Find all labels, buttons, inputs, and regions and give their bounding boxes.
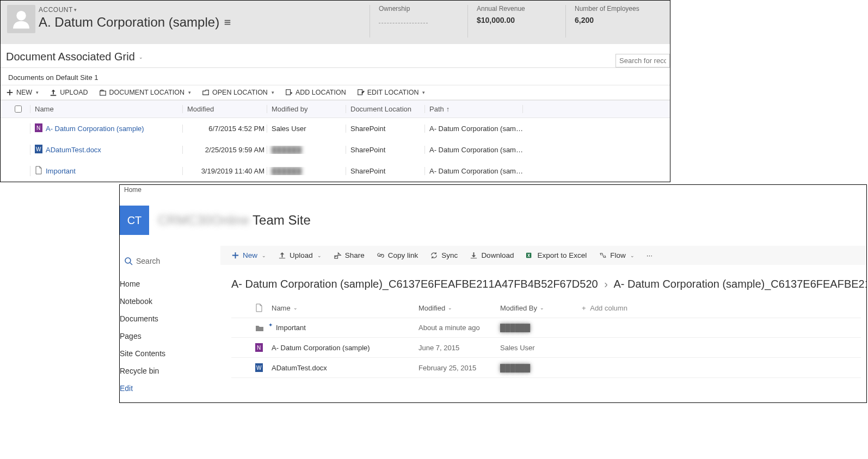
sp-list-row[interactable]: ✦Important About a minute ago ██████ bbox=[231, 318, 861, 337]
upload-button[interactable]: UPLOAD bbox=[50, 89, 88, 96]
table-row[interactable]: NA- Datum Corporation (sample) 6/7/2015 … bbox=[1, 118, 670, 139]
sp-col-name[interactable]: Name⌄ bbox=[272, 304, 418, 312]
file-link[interactable]: WADatumTest.docx bbox=[35, 145, 101, 155]
sp-search[interactable]: Search bbox=[120, 251, 220, 275]
sp-more-button[interactable]: ··· bbox=[647, 251, 652, 259]
nav-item[interactable]: Home bbox=[120, 275, 220, 293]
summary-revenue: Annual Revenue $10,000.00 bbox=[467, 5, 565, 38]
sp-cell-modified: June 7, 2015 bbox=[418, 344, 500, 352]
document-location-button[interactable]: DOCUMENT LOCATION▾ bbox=[99, 89, 191, 96]
sp-sync-button[interactable]: Sync bbox=[430, 251, 458, 259]
svg-text:N: N bbox=[257, 345, 261, 351]
sp-download-button[interactable]: Download bbox=[470, 251, 514, 259]
site-name-redacted: CRMC30Online bbox=[158, 213, 249, 228]
svg-rect-3 bbox=[358, 90, 362, 95]
col-modified-by[interactable]: Modified by bbox=[267, 105, 346, 113]
select-all-checkbox[interactable] bbox=[15, 106, 22, 113]
svg-text:W: W bbox=[256, 365, 262, 371]
sp-left-nav: Search HomeNotebookDocumentsPagesSite Co… bbox=[120, 246, 220, 402]
sp-file-name[interactable]: ✦Important bbox=[272, 324, 418, 332]
cell-path: A- Datum Corporation (sam… bbox=[424, 167, 522, 175]
svg-text:N: N bbox=[36, 125, 40, 131]
new-button[interactable]: NEW▾ bbox=[6, 89, 39, 96]
sp-cell-modified: February 25, 2015 bbox=[418, 364, 500, 372]
grid-header-row: Name Modified Modified by Document Locat… bbox=[1, 100, 670, 118]
word-icon: W bbox=[255, 363, 272, 372]
col-modified[interactable]: Modified bbox=[182, 105, 267, 113]
sp-col-modified-by[interactable]: Modified By⌄ bbox=[500, 304, 582, 312]
sp-col-modified[interactable]: Modified⌄ bbox=[418, 304, 500, 312]
col-path[interactable]: Path↑ bbox=[424, 105, 522, 113]
summary-ownership: Ownership bbox=[370, 5, 467, 38]
table-row[interactable]: WADatumTest.docx 2/25/2015 9:59 AM █████… bbox=[1, 139, 670, 160]
summary-employees: Number of Employees 6,200 bbox=[565, 5, 663, 38]
list-icon bbox=[224, 18, 231, 26]
cell-location: SharePoint bbox=[346, 146, 424, 154]
add-location-button[interactable]: ADD LOCATION bbox=[285, 89, 346, 96]
nav-item[interactable]: Documents bbox=[120, 310, 220, 327]
nav-item[interactable]: Pages bbox=[120, 327, 220, 345]
nav-edit-link[interactable]: Edit bbox=[120, 380, 220, 397]
breadcrumb-home[interactable]: Home bbox=[120, 185, 866, 195]
sp-new-button[interactable]: New⌄ bbox=[231, 251, 266, 259]
sp-file-name[interactable]: ADatumTest.docx bbox=[272, 364, 418, 372]
nav-item[interactable]: Recycle bin bbox=[120, 362, 220, 380]
cell-modified-by: ██████ bbox=[267, 167, 346, 175]
cell-modified: 3/19/2019 11:40 AM bbox=[182, 167, 267, 175]
svg-text:W: W bbox=[36, 146, 41, 152]
site-logo: CT bbox=[120, 206, 149, 235]
sp-header-row: Name⌄ Modified⌄ Modified By⌄ + Add colum… bbox=[231, 300, 861, 318]
cell-modified-by: ██████ bbox=[267, 146, 346, 154]
sp-file-name[interactable]: A- Datum Corporation (sample) bbox=[272, 344, 418, 352]
nav-item[interactable]: Notebook bbox=[120, 293, 220, 310]
cell-location: SharePoint bbox=[346, 125, 424, 133]
crumb-b: A- Datum Corporation (sample)_C6137E6FEA… bbox=[613, 278, 866, 290]
cell-path: A- Datum Corporation (sam… bbox=[424, 125, 522, 133]
crumb-a[interactable]: A- Datum Corporation (sample)_C6137E6FEA… bbox=[231, 278, 598, 290]
svg-point-8 bbox=[125, 258, 131, 263]
table-row[interactable]: Important 3/19/2019 11:40 AM ██████ Shar… bbox=[1, 160, 670, 182]
sp-share-button[interactable]: Share bbox=[334, 251, 365, 259]
account-avatar bbox=[7, 5, 35, 33]
col-name[interactable]: Name bbox=[30, 105, 182, 113]
sharepoint-pane: Home CT CRMC30Online Team Site Search Ho… bbox=[119, 184, 867, 403]
caret-down-icon: ▾ bbox=[74, 7, 77, 13]
svg-rect-2 bbox=[286, 90, 291, 95]
sp-excel-button[interactable]: Export to Excel bbox=[526, 251, 587, 259]
onenote-icon: N bbox=[255, 343, 272, 352]
svg-point-0 bbox=[16, 11, 26, 21]
entity-type-dropdown[interactable]: ACCOUNT▾ bbox=[39, 5, 77, 15]
account-header: ACCOUNT▾ A. Datum Corporation (sample) O… bbox=[1, 1, 670, 44]
sp-cell-modified: About a minute ago bbox=[418, 324, 500, 332]
sp-copylink-button[interactable]: Copy link bbox=[377, 251, 418, 259]
cell-modified: 2/25/2015 9:59 AM bbox=[182, 146, 267, 154]
grid-toolbar: NEW▾ UPLOAD DOCUMENT LOCATION▾ OPEN LOCA… bbox=[1, 85, 670, 100]
site-title: Team Site bbox=[253, 213, 311, 228]
col-location[interactable]: Document Location bbox=[346, 105, 424, 113]
file-link[interactable]: Important bbox=[35, 166, 76, 176]
cell-location: SharePoint bbox=[346, 167, 424, 175]
search-icon bbox=[124, 257, 133, 265]
sp-add-column[interactable]: + Add column bbox=[582, 304, 627, 312]
sp-toolbar: New⌄ Upload⌄ Share Copy link Sync Downlo… bbox=[220, 246, 866, 265]
sp-flow-button[interactable]: Flow⌄ bbox=[599, 251, 635, 259]
edit-location-button[interactable]: EDIT LOCATION▾ bbox=[357, 89, 426, 96]
search-input[interactable] bbox=[615, 54, 670, 67]
cell-path: A- Datum Corporation (sam… bbox=[424, 146, 522, 154]
file-link[interactable]: NA- Datum Corporation (sample) bbox=[35, 123, 144, 134]
sort-asc-icon: ↑ bbox=[446, 105, 450, 113]
sp-header: CT CRMC30Online Team Site bbox=[120, 195, 866, 246]
crm-document-pane: ACCOUNT▾ A. Datum Corporation (sample) O… bbox=[0, 0, 670, 182]
sp-list-row[interactable]: W ADatumTest.docx February 25, 2015 ████… bbox=[231, 357, 861, 378]
sp-cell-by: ██████ bbox=[500, 364, 582, 372]
sp-upload-button[interactable]: Upload⌄ bbox=[278, 251, 322, 259]
nav-item[interactable]: Site Contents bbox=[120, 345, 220, 362]
sp-breadcrumb: A- Datum Corporation (sample)_C6137E6FEA… bbox=[220, 265, 866, 300]
caret-down-icon: ⌄ bbox=[139, 54, 143, 60]
sp-list-row[interactable]: N A- Datum Corporation (sample) June 7, … bbox=[231, 337, 861, 357]
open-location-button[interactable]: OPEN LOCATION▾ bbox=[202, 89, 274, 96]
word-icon: W bbox=[35, 145, 42, 155]
cell-modified-by: Sales User bbox=[267, 125, 346, 133]
chevron-right-icon: › bbox=[604, 278, 608, 290]
grid-title-dropdown[interactable]: Document Associated Grid ⌄ bbox=[1, 44, 670, 68]
